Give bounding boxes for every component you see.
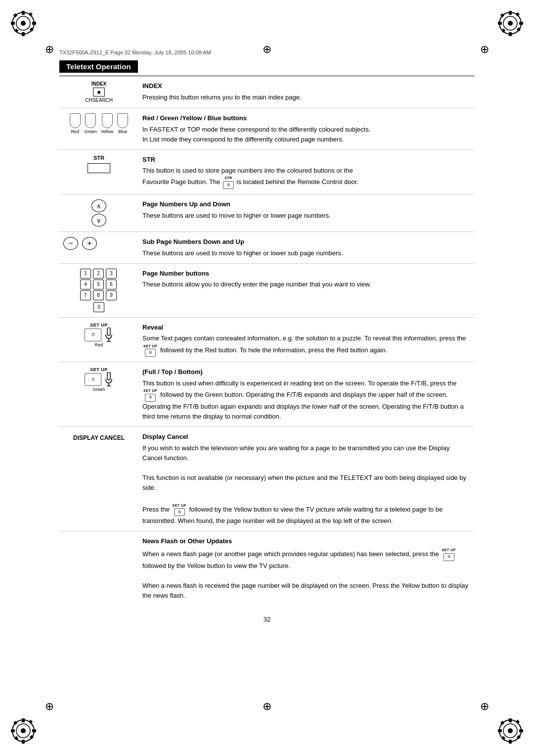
- svg-rect-7: [29, 12, 33, 16]
- index-icon: INDEX ■ CHSEARCH: [63, 81, 134, 103]
- setup-up-label: SET UP: [90, 323, 108, 328]
- icon-cell-page-numbers: ∧ ∨: [59, 194, 138, 232]
- content-table: INDEX ■ CHSEARCH INDEX Pressing this but…: [59, 76, 475, 606]
- setup-reveal-box: ☰: [85, 329, 101, 341]
- desc-cell-reveal: Reveal Some Text pages contain concealed…: [138, 317, 475, 362]
- svg-rect-14: [509, 32, 512, 36]
- svg-rect-40: [516, 720, 520, 724]
- corner-decoration-bl: [10, 717, 37, 746]
- blue-label: Blue: [118, 129, 127, 134]
- svg-rect-47: [107, 372, 110, 380]
- nf-inline-setup: SET UP ☰: [442, 548, 455, 561]
- icon-cell-reveal: SET UP ☰: [59, 317, 138, 362]
- svg-rect-36: [509, 740, 512, 744]
- corner-decoration-tr: [497, 10, 524, 39]
- svg-point-10: [21, 21, 26, 26]
- sub-page-icon: − +: [63, 237, 134, 250]
- display-cancel-icon: DISPLAY CANCEL: [63, 434, 134, 441]
- svg-rect-27: [32, 729, 36, 732]
- svg-rect-6: [13, 13, 17, 17]
- str-inline-icon: STR ☰: [223, 176, 234, 189]
- svg-rect-13: [509, 11, 512, 15]
- svg-rect-18: [516, 12, 520, 16]
- num-2: 2: [93, 269, 104, 279]
- setup-ftb-group: SET UP ☰: [85, 367, 113, 392]
- page-number: 32: [59, 615, 475, 623]
- num-5: 5: [93, 280, 104, 289]
- svg-rect-28: [13, 721, 17, 725]
- icon-cell-str: STR: [59, 149, 138, 194]
- desc-cell-index: INDEX Pressing this button returns you t…: [138, 76, 475, 108]
- row-str: STR STR This button is used to store pag…: [59, 149, 475, 194]
- row-sub-page: − + Sub Page Numbers Down and Up These b…: [59, 232, 475, 264]
- page-numbers-icon: ∧ ∨: [63, 199, 134, 227]
- desc-cell-str: STR This button is used to store page nu…: [138, 149, 475, 194]
- news-flash-title: News Flash or Other Updates: [142, 536, 471, 546]
- svg-rect-24: [22, 718, 25, 722]
- arrow-down: ∨: [91, 214, 106, 227]
- svg-rect-17: [500, 13, 504, 17]
- row-color-buttons: Red Green Yellow Blue: [59, 108, 475, 150]
- title-row: Teletext Operation: [59, 60, 475, 76]
- str-text: STR: [63, 155, 134, 161]
- page-container: TX32F500A-2912_E Page 32 Monday, July 18…: [59, 49, 475, 623]
- display-cancel-label: DISPLAY CANCEL: [73, 434, 125, 441]
- yellow-btn: Yellow: [101, 113, 114, 134]
- reg-mark-br: [477, 699, 492, 714]
- num-0: 0: [93, 302, 104, 312]
- desc-cell-colors: Red / Green /Yellow / Blue buttons In FA…: [138, 108, 475, 150]
- number-grid: 1 2 3 4 5 6 7 8 9: [63, 269, 134, 300]
- str-title: STR: [142, 155, 471, 165]
- icon-cell-index: INDEX ■ CHSEARCH: [59, 76, 138, 108]
- ftb-inline-setup: SET UP ☰: [143, 388, 157, 402]
- svg-rect-38: [519, 729, 523, 732]
- red-btn: Red: [70, 113, 81, 134]
- svg-rect-41: [501, 736, 505, 740]
- number-buttons-title: Page Number buttons: [142, 269, 471, 279]
- index-desc: Pressing this button returns you to the …: [142, 93, 471, 102]
- reg-mark-tm: [260, 42, 274, 57]
- row-news-flash: News Flash or Other Updates When a news …: [59, 531, 475, 606]
- number-buttons-desc: These buttons allow you to directly ente…: [142, 280, 471, 289]
- color-buttons-icon: Red Green Yellow Blue: [63, 113, 134, 134]
- num-7: 7: [80, 290, 91, 300]
- row-display-cancel: DISPLAY CANCEL Display Cancel If you wis…: [59, 427, 475, 531]
- page-numbers-desc: These buttons are used to move to higher…: [142, 211, 471, 221]
- svg-rect-39: [500, 721, 504, 725]
- red-label: Red: [71, 129, 79, 134]
- reveal-red-label: Red: [95, 342, 103, 347]
- num-9: 9: [106, 290, 117, 300]
- svg-point-32: [21, 728, 26, 733]
- sub-page-desc: These buttons are used to move to higher…: [142, 248, 471, 258]
- svg-rect-26: [11, 729, 15, 732]
- reg-mark-tr: [477, 42, 492, 57]
- svg-rect-3: [22, 32, 25, 36]
- row-full-top-bottom: SET UP ☰: [59, 362, 475, 427]
- svg-rect-16: [519, 22, 523, 25]
- color-buttons-desc: In FASTEXT or TOP mode these correspond …: [142, 125, 471, 144]
- setup-ftb-box: ☰: [85, 373, 101, 386]
- green-label: Green: [85, 129, 97, 134]
- page-numbers-title: Page Numbers Up and Down: [142, 199, 471, 209]
- svg-rect-15: [498, 22, 502, 25]
- str-icon: STR: [63, 155, 134, 173]
- desc-cell-news-flash: News Flash or Other Updates When a news …: [138, 531, 475, 606]
- number-grid-icon: 1 2 3 4 5 6 7 8 9 0: [63, 269, 134, 312]
- display-cancel-title: Display Cancel: [142, 432, 471, 442]
- ftb-green-label: Green: [92, 387, 105, 392]
- reveal-mic-icon: [104, 328, 113, 342]
- index-text: INDEX: [91, 81, 107, 87]
- desc-cell-page-numbers: Page Numbers Up and Down These buttons a…: [138, 194, 475, 232]
- arrow-up: ∧: [91, 199, 106, 212]
- ftb-mic-icon: [104, 372, 113, 387]
- reg-mark-bm: [260, 699, 274, 714]
- display-cancel-desc: If you wish to watch the television whil…: [142, 443, 471, 526]
- index-button: ■: [93, 88, 105, 96]
- corner-decoration-br: [497, 717, 524, 746]
- reveal-desc: Some Text pages contain concealed inform…: [142, 333, 471, 357]
- icon-cell-news-flash: [59, 531, 138, 606]
- row-reveal: SET UP ☰: [59, 317, 475, 362]
- setup-ftb-label: SET UP: [90, 367, 108, 372]
- row-page-numbers: ∧ ∨ Page Numbers Up and Down These butto…: [59, 194, 475, 232]
- desc-cell-display-cancel: Display Cancel If you wish to watch the …: [138, 427, 475, 531]
